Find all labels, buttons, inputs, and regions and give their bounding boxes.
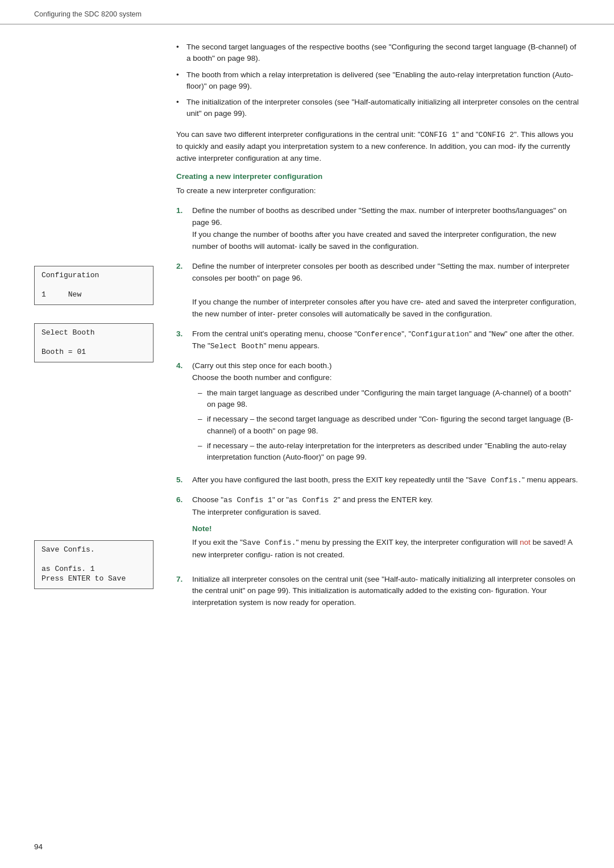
- step5-saveconfis: Save Confis.: [468, 476, 522, 485]
- bullet-2: The booth from which a relay interpretat…: [176, 69, 580, 93]
- screen-config-line3: 1 New: [42, 290, 146, 299]
- not-word: not: [520, 538, 530, 546]
- step-6: 6. Choose "as Confis 1" or "as Confis 2"…: [176, 494, 580, 565]
- step-1-content: Define the number of booths as described…: [192, 205, 580, 253]
- note-text: If you exit the "Save Confis." menu by p…: [192, 537, 580, 561]
- step3-selectbooth: Select Booth: [210, 342, 264, 350]
- intro-paragraph: You can save two different interpreter c…: [176, 129, 580, 165]
- screen-save-line4: Press ENTER to Save: [42, 574, 146, 583]
- intro-bullets: The second target languages of the respe…: [176, 41, 580, 120]
- step-5-content: After you have configured the last booth…: [192, 474, 580, 486]
- step-4-number: 4.: [176, 360, 186, 466]
- right-column: The second target languages of the respe…: [165, 41, 580, 617]
- screen-save-line2: [42, 555, 146, 564]
- bullet-3: The initialization of the interpreter co…: [176, 97, 580, 120]
- screen-booth-line3: Booth = 01: [42, 348, 146, 356]
- dash-4-3: if necessary – the auto-relay interpreta…: [198, 440, 580, 464]
- to-create-text: To create a new interpreter configuratio…: [176, 185, 580, 197]
- left-column: Configuration 1 New Select Booth Booth =…: [34, 41, 165, 617]
- dash-4-2: if necessary – the second target languag…: [198, 414, 580, 437]
- bullet-1: The second target languages of the respe…: [176, 41, 580, 65]
- config1-code: CONFIG 1: [421, 131, 456, 139]
- step-5-number: 5.: [176, 474, 186, 486]
- screen-save-line1: Save Confis.: [42, 545, 146, 554]
- step3-configuration: Configuration: [411, 330, 468, 339]
- screen-booth-line1: Select Booth: [42, 328, 146, 337]
- step-2-content: Define the number of interpreter console…: [192, 261, 580, 320]
- step-5: 5. After you have configured the last bo…: [176, 474, 580, 486]
- screen-config-line2: [42, 281, 146, 289]
- page-number: 94: [34, 842, 43, 851]
- screen-config: Configuration 1 New: [34, 266, 154, 305]
- dash-4-1: the main target language as described un…: [198, 387, 580, 411]
- step-3: 3. From the central unit's operating men…: [176, 328, 580, 352]
- step-7-number: 7.: [176, 574, 186, 610]
- header-text: Configuring the SDC 8200 system: [34, 10, 142, 18]
- step-7: 7. Initialize all interpreter consoles o…: [176, 574, 580, 610]
- screen-config-line1: Configuration: [42, 271, 146, 279]
- page-header: Configuring the SDC 8200 system: [0, 0, 614, 24]
- config2-code: CONFIG 2: [479, 131, 514, 139]
- step-6-content: Choose "as Confis 1" or "as Confis 2" an…: [192, 494, 580, 565]
- steps-list: 1. Define the number of booths as descri…: [176, 205, 580, 609]
- step-7-content: Initialize all interpreter consoles on t…: [192, 574, 580, 610]
- section-heading: Creating a new interpreter configuration: [176, 172, 580, 181]
- note-label: Note!: [192, 523, 580, 535]
- step-3-content: From the central unit's operating menu, …: [192, 328, 580, 352]
- step3-new: New: [491, 330, 504, 339]
- step-4-dashes: the main target language as described un…: [192, 387, 580, 464]
- screen-booth-line2: [42, 338, 146, 347]
- step-6-number: 6.: [176, 494, 186, 565]
- step6-confis2: as Confis 2: [289, 496, 338, 504]
- step-4: 4. (Carry out this step once for each bo…: [176, 360, 580, 466]
- step-1-number: 1.: [176, 205, 186, 253]
- step-4-content: (Carry out this step once for each booth…: [192, 360, 580, 466]
- step-2: 2. Define the number of interpreter cons…: [176, 261, 580, 320]
- screen-save-line3: as Confis. 1: [42, 565, 146, 573]
- step-3-number: 3.: [176, 328, 186, 352]
- step-1: 1. Define the number of booths as descri…: [176, 205, 580, 253]
- step-2-number: 2.: [176, 261, 186, 320]
- screen-save-config: Save Confis. as Confis. 1 Press ENTER to…: [34, 540, 154, 589]
- screen-select-booth: Select Booth Booth = 01: [34, 323, 154, 362]
- note-box: Note! If you exit the "Save Confis." men…: [192, 523, 580, 561]
- step6-confis1: as Confis 1: [223, 496, 272, 504]
- note-saveconfis: Save Confis.: [243, 539, 296, 547]
- step3-conference: Conference: [357, 330, 401, 339]
